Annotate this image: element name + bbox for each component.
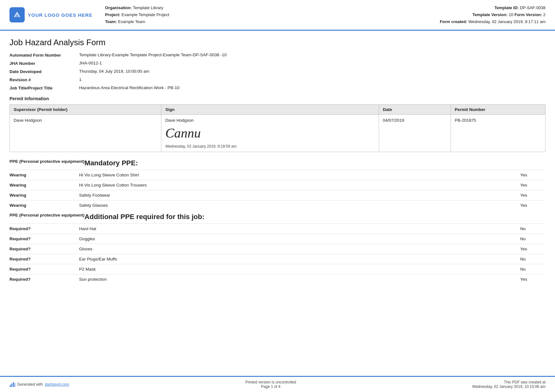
permit-col-date: Date: [379, 105, 451, 115]
ppe-add-value-2: Yes: [520, 247, 546, 251]
ppe-add-name-3: Ear Plugs/Ear Muffs: [79, 257, 520, 261]
brand-link[interactable]: dashpivot.com: [45, 382, 69, 387]
footer-center: Printed version is uncontrolled Page 1 o…: [245, 380, 296, 389]
ppe-item-name-1: Hi Vis Long Sleeve Cotton Trousers: [79, 183, 520, 187]
ppe-add-type-2: Required?: [9, 247, 79, 251]
ppe-additional-label: PPE (Personal protective equipment): [9, 213, 84, 217]
ppe-add-name-4: P2 Mask: [79, 267, 520, 272]
ppe-add-name-1: Goggles: [79, 236, 520, 241]
svg-rect-2: [13, 382, 14, 387]
logo-icon: [9, 7, 25, 22]
sig-timestamp: Wednesday, 02 January 2019, 9:19:59 am: [165, 144, 375, 149]
ppe-add-type-4: Required?: [9, 267, 79, 272]
date-developed-label: Date Developed: [9, 69, 79, 74]
ppe-additional-heading: Additional PPE required for this job:: [84, 213, 546, 221]
permit-date-cell: 04/07/2019: [379, 115, 451, 152]
automated-form-number-row: Automated Form Number Template Library-E…: [9, 52, 546, 58]
permit-number-cell: PB-201875: [451, 115, 546, 152]
job-title-value: Hazardous Area Electrical Rectification …: [79, 85, 546, 90]
ppe-item-2: Wearing Safety Footwear Yes: [9, 193, 546, 200]
ppe-add-name-5: Sun protection: [79, 277, 520, 282]
sig-name: Dave Hodgson: [165, 118, 375, 123]
ppe-item-3: Wearing Safety Glasses Yes: [9, 203, 546, 210]
ppe-add-item-5: Required? Sun protection Yes: [9, 277, 546, 284]
ppe-add-type-1: Required?: [9, 236, 79, 241]
ppe-add-type-5: Required?: [9, 277, 79, 282]
ppe-mandatory-heading: Mandatory PPE:: [84, 159, 546, 167]
revision-label: Revision #: [9, 77, 79, 82]
ppe-item-value-3: Yes: [520, 203, 546, 208]
header-meta-info: Template ID: DP-SAF-0038 Template Versio…: [440, 4, 546, 25]
footer-right: This PDF was created at Wednesday, 02 Ja…: [472, 380, 546, 389]
svg-rect-3: [15, 383, 15, 387]
page-footer: Generated with dashpivot.com Printed ver…: [0, 376, 555, 392]
ppe-add-type-0: Required?: [9, 226, 79, 231]
page-header: YOUR LOGO GOES HERE Organisation: Templa…: [0, 0, 555, 31]
ppe-item-value-0: Yes: [520, 173, 546, 177]
print-notice: Printed version is uncontrolled: [245, 380, 296, 384]
permit-col-sign: Sign: [161, 105, 379, 115]
permit-supervisor-cell: Dave Hodgson: [10, 115, 161, 152]
ppe-additional-heading-row: PPE (Personal protective equipment) Addi…: [9, 213, 546, 224]
org-label: Organisation:: [105, 5, 132, 10]
ppe-add-value-1: No: [520, 236, 546, 241]
signature-cursive: Cannu: [165, 125, 375, 142]
ppe-add-value-3: No: [520, 257, 546, 261]
template-version-label: Template Version:: [472, 12, 508, 17]
ppe-item-type-2: Wearing: [9, 193, 79, 198]
permit-col-supervisor: Supervisor (Permit holder): [10, 105, 161, 115]
team-value: Example Team: [118, 19, 145, 24]
ppe-add-item-1: Required? Goggles No: [9, 236, 546, 244]
ppe-add-item-4: Required? P2 Mask No: [9, 267, 546, 274]
permit-table: Supervisor (Permit holder) Sign Date Per…: [9, 104, 546, 152]
jha-number-label: JHA Number: [9, 61, 79, 66]
header-org-info: Organisation: Template Library Project: …: [92, 4, 440, 25]
ppe-add-item-0: Required? Hard Hat No: [9, 226, 546, 234]
ppe-item-value-1: Yes: [520, 183, 546, 187]
svg-rect-1: [11, 383, 12, 387]
form-created-value: Wednesday, 02 January 2019, 9:17:11 am: [468, 19, 546, 24]
ppe-mandatory-heading-row: PPE (Personal protective equipment) Mand…: [9, 159, 546, 170]
generated-text: Generated with: [17, 382, 43, 387]
ppe-item-name-2: Safety Footwear: [79, 193, 520, 198]
ppe-additional-section: PPE (Personal protective equipment) Addi…: [9, 213, 546, 284]
template-id-label: Template ID:: [494, 5, 519, 10]
automated-form-number-label: Automated Form Number: [9, 52, 79, 58]
date-developed-row: Date Developed Thursday, 04 July 2019, 1…: [9, 69, 546, 74]
revision-row: Revision # 1: [9, 77, 546, 82]
project-value: Example Template Project: [122, 12, 169, 17]
ppe-add-item-2: Required? Gloves Yes: [9, 247, 546, 254]
jha-number-value: JHA-0012-1: [79, 61, 546, 65]
ppe-add-value-0: No: [520, 226, 546, 231]
project-label: Project:: [105, 12, 120, 17]
ppe-add-type-3: Required?: [9, 257, 79, 261]
footer-left: Generated with dashpivot.com: [9, 382, 69, 387]
ppe-item-value-2: Yes: [520, 193, 546, 198]
template-version-value: 10: [509, 12, 513, 17]
form-created-label: Form created:: [440, 19, 467, 24]
permit-sign-cell: Dave Hodgson Cannu Wednesday, 02 January…: [161, 115, 379, 152]
revision-value: 1: [79, 77, 546, 82]
ppe-add-value-4: No: [520, 267, 546, 272]
job-title-row: Job Title/Project Title Hazardous Area E…: [9, 85, 546, 90]
team-label: Team:: [105, 19, 117, 24]
ppe-item-type-1: Wearing: [9, 183, 79, 187]
logo-section: YOUR LOGO GOES HERE: [9, 7, 92, 22]
ppe-add-item-3: Required? Ear Plugs/Ear Muffs No: [9, 257, 546, 264]
ppe-item-type-0: Wearing: [9, 173, 79, 177]
permit-col-permit-number: Permit Number: [451, 105, 546, 115]
pdf-created-value: Wednesday, 02 January 2019, 10:15:06 am: [472, 384, 546, 389]
table-row: Dave Hodgson Dave Hodgson Cannu Wednesda…: [10, 115, 546, 152]
automated-form-number-value: Template Library-Example Template Projec…: [79, 52, 546, 57]
ppe-mandatory-label: PPE (Personal protective equipment): [9, 159, 84, 164]
ppe-item-1: Wearing Hi Vis Long Sleeve Cotton Trouse…: [9, 183, 546, 190]
pdf-created-label: This PDF was created at: [472, 380, 546, 384]
template-id-value: DP-SAF-0038: [520, 5, 546, 10]
ppe-add-name-2: Gloves: [79, 247, 520, 251]
svg-rect-0: [10, 385, 11, 387]
ppe-item-name-0: Hi Vis Long Sleeve Cotton Shirt: [79, 173, 520, 177]
form-version-label: Form Version:: [514, 12, 542, 17]
page-number: Page 1 of 4: [245, 384, 296, 389]
main-content: Job Hazard Analysis Form Automated Form …: [0, 31, 555, 312]
date-developed-value: Thursday, 04 July 2019, 10:00:00 am: [79, 69, 546, 74]
